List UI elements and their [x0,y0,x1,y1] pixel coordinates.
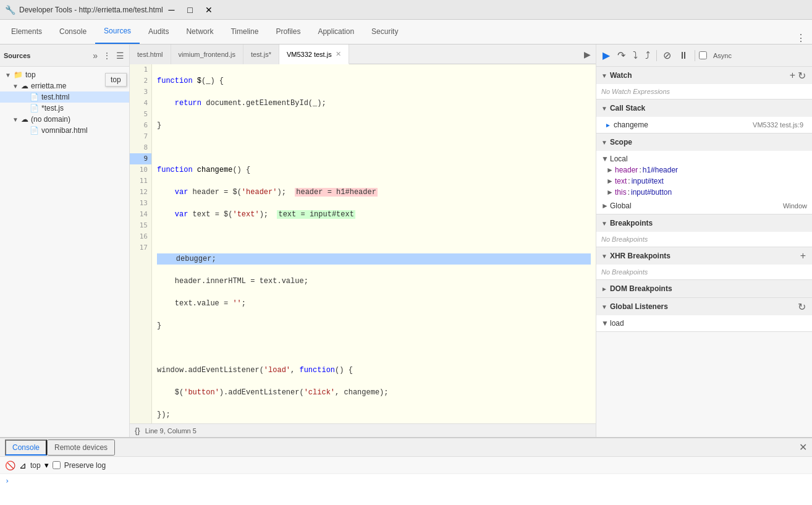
sidebar-expand-button[interactable]: » [91,49,99,62]
xhr-add-button[interactable]: + [799,250,807,261]
call-stack-section-header[interactable]: ▼ Call Stack [596,100,812,117]
code-line-8 [157,231,591,242]
scope-section-header[interactable]: ▼ Scope [596,134,812,151]
step-over-button[interactable]: ↷ [615,48,628,62]
console-input-area[interactable] [13,477,17,485]
global-listeners-section-header[interactable]: ▼ Global Listeners ↻ [596,298,812,315]
line-num-12: 12 [130,187,151,198]
console-content[interactable]: › [0,474,812,505]
call-stack-title: Call Stack [610,104,807,112]
scope-this-colon: : [628,188,630,197]
tab-sources[interactable]: Sources [95,19,140,44]
console-filter-button[interactable]: ⊿ [19,460,27,470]
scope-item-this[interactable]: ► this : input#button [606,187,807,198]
code-editor: 1 2 3 4 5 6 7 8 9 10 11 12 13 14 15 16 1… [130,64,596,423]
sidebar-title: Sources [4,52,91,59]
callstack-fn-changeme: changeme [614,121,648,129]
preserve-log-checkbox[interactable] [53,461,61,469]
tab-application[interactable]: Application [309,19,363,44]
console-clear-button[interactable]: 🚫 [5,460,15,470]
pause-exceptions-button[interactable]: ⏸ [676,49,691,62]
watch-title: Watch [610,71,789,80]
tab-console[interactable]: Console [51,19,95,44]
tree-label-vomnibar: vomnibar.html [41,126,88,135]
tree-label-top: top [25,70,36,79]
scope-section: ▼ Scope ▼ Local ► header : h1#heade [596,134,812,214]
dom-breakpoints-section-header[interactable]: ► DOM Breakpoints [596,280,812,297]
editor-tab-test-html[interactable]: test.html [130,45,171,64]
nav-tabs: Elements Console Sources Audits Network … [0,20,812,45]
sidebar-menu-button[interactable]: ⋮ [101,49,112,62]
sidebar-toggle-button[interactable]: ☰ [115,49,125,62]
line-num-17: 17 [130,242,151,253]
tab-network[interactable]: Network [177,19,222,44]
watch-arrow: ▼ [601,72,607,79]
editor-tab-test-js[interactable]: test.js* [243,45,279,64]
tree-item-vomnibar[interactable]: 📄 vomnibar.html [0,125,129,136]
tree-item-test-js[interactable]: 📄 *test.js [0,103,129,114]
scope-item-header[interactable]: ► header : h1#header [606,164,807,176]
global-load-arrow: ▼ [601,319,610,328]
restore-button[interactable]: □ [182,4,199,16]
brackets-icon: {} [135,426,140,435]
console-top-label: top [30,461,41,470]
console-top-dropdown[interactable]: ▾ [44,460,49,470]
breakpoints-section-header[interactable]: ▼ Breakpoints [596,214,812,232]
global-listeners-section: ▼ Global Listeners ↻ ▼ load [596,298,812,332]
dom-breakpoints-arrow: ► [601,286,607,292]
scope-item-text[interactable]: ► text : input#text [606,176,807,187]
call-stack-section: ▼ Call Stack ► changeme VM5332 test.js:9 [596,100,812,134]
line-num-8: 8 [130,142,151,153]
tab-profiles[interactable]: Profiles [267,19,309,44]
xhr-breakpoints-empty: No Breakpoints [596,265,812,279]
dom-breakpoints-section: ► DOM Breakpoints [596,280,812,298]
tree-arrow-top: ▼ [5,72,14,79]
code-line-5: function changeme() { [157,164,591,176]
status-bar: {} Line 9, Column 5 [130,423,596,437]
console-tab-remote[interactable]: Remote devices [47,439,115,456]
editor-area: test.html vimium_frontend.js test.js* VM… [130,45,596,437]
deactivate-breakpoints-button[interactable]: ⊘ [661,48,674,62]
xhr-breakpoints-section-header[interactable]: ▼ XHR Breakpoints + [596,247,812,265]
watch-refresh-button[interactable]: ↻ [797,70,807,82]
sidebar-icon-group: » ⋮ ☰ [91,49,125,62]
editor-play-button[interactable]: ▶ [579,49,596,59]
tab-elements[interactable]: Elements [2,19,51,44]
code-content[interactable]: function $(_) { return document.getEleme… [152,64,596,423]
scope-global-section[interactable]: ► Global Window [601,200,807,211]
scope-global-value: Window [783,202,807,210]
close-button[interactable]: ✕ [200,4,218,16]
watch-section: ▼ Watch + ↻ No Watch Expressions [596,67,812,100]
watch-add-button[interactable]: + [789,70,797,81]
global-listener-load[interactable]: ▼ load [601,318,807,329]
editor-tab-vm5332[interactable]: VM5332 test.js ✕ [279,45,349,64]
resume-button[interactable]: ▶ [600,48,612,62]
step-into-button[interactable]: ⤵ [630,49,640,62]
tab-audits[interactable]: Audits [140,19,177,44]
step-out-button[interactable]: ⤴ [643,49,653,62]
code-line-15: $('button').addEventListener('click', ch… [157,387,591,398]
global-listeners-refresh-button[interactable]: ↻ [797,301,807,313]
callstack-item-changeme[interactable]: ► changeme VM5332 test.js:9 [601,119,807,130]
tree-item-no-domain[interactable]: ▼ ☁ (no domain) [0,114,129,125]
console-prompt[interactable]: › [5,477,807,485]
scope-local-section[interactable]: ▼ Local [601,153,807,164]
right-sections: ▼ Watch + ↻ No Watch Expressions ▼ Call … [596,67,812,437]
sidebar-tree: ▼ 📁 top ▼ ☁ errietta.me 📄 test.html 📄 *t… [0,67,129,437]
async-checkbox[interactable] [699,51,707,59]
nav-more-icon[interactable]: ⋮ [790,32,812,44]
tab-timeline[interactable]: Timeline [222,19,267,44]
editor-tab-vimium[interactable]: vimium_frontend.js [171,45,243,64]
minimize-button[interactable]: ─ [163,4,180,16]
window-controls: ─ □ ✕ [163,4,218,16]
preserve-log-label: Preserve log [64,461,106,470]
debugger-toolbar: ▶ ↷ ⤵ ⤴ ⊘ ⏸ Async [596,45,812,67]
tree-item-test-html[interactable]: 📄 test.html [0,91,129,103]
code-line-4 [157,142,591,153]
tab-security[interactable]: Security [363,19,407,44]
console-close-button[interactable]: ✕ [799,441,807,453]
watch-section-header[interactable]: ▼ Watch + ↻ [596,67,812,84]
line-num-14: 14 [130,209,151,220]
console-tab-console[interactable]: Console [5,439,47,456]
tab-close-vm5332[interactable]: ✕ [336,50,341,58]
